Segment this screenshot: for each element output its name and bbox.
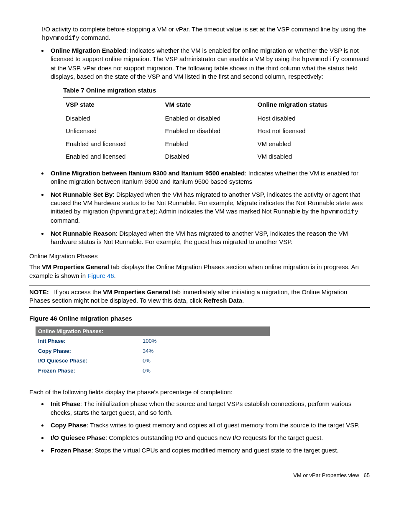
figure-row: Init Phase:100%: [36, 336, 270, 346]
top-bullet-list: Online Migration Enabled: Indicates whet…: [29, 46, 370, 247]
footer-text: VM or vPar Properties view: [293, 472, 359, 478]
list-item: Init Phase: The initialization phase whe…: [48, 400, 370, 417]
intro-text-a: I/O activity to complete before stopping…: [42, 26, 366, 33]
table-header-row: VSP state VM state Online migration stat…: [63, 97, 370, 112]
page-footer: VM or vPar Properties view 65: [29, 472, 370, 479]
text-bold: VM Properties General: [42, 263, 109, 270]
td: Unlicensed: [63, 125, 163, 137]
th: Online migration status: [255, 97, 370, 112]
text-bold: Refresh Data: [204, 297, 243, 304]
fig-label: I/O Quiesce Phase:: [38, 357, 143, 365]
text: If you access the: [54, 288, 103, 296]
text: The: [29, 263, 42, 270]
list-item: Not Runnable Reason: Displayed when the …: [48, 229, 370, 247]
td: Enabled: [163, 138, 255, 150]
td: VM disabled: [255, 150, 370, 163]
bullet-text: : Stops the virtual CPUs and copies modi…: [92, 447, 339, 454]
list-item: Online Migration Enabled: Indicates whet…: [48, 46, 370, 164]
bullet-label: I/O Quiesce Phase: [51, 434, 105, 441]
note-block: NOTE: If you access the VM Properties Ge…: [29, 285, 370, 308]
table-row: Enabled and licensedEnabledVM enabled: [63, 138, 370, 150]
figure-row: Frozen Phase:0%: [36, 366, 270, 376]
th: VSP state: [63, 97, 163, 112]
bullet-text: ); Admin indicates the VM was marked Not…: [153, 208, 321, 215]
figure46-header: Online Migration Phases:: [36, 326, 270, 337]
table7-title: Table 7 Online migration status: [63, 86, 370, 95]
bullet-text: : Completes outstanding I/O and queues n…: [105, 434, 323, 441]
bullet-label: Init Phase: [51, 400, 80, 407]
table-row: UnlicensedEnabled or disabledHost not li…: [63, 125, 370, 137]
td: Enabled and licensed: [63, 138, 163, 150]
phases-paragraph: The VM Properties General tab displays t…: [29, 263, 370, 280]
bullet-cmd: hpvmmodify: [321, 208, 358, 216]
list-item: I/O Quiesce Phase: Completes outstanding…: [48, 434, 370, 442]
text: .: [242, 297, 244, 304]
fig-label: Frozen Phase:: [38, 367, 143, 375]
list-item: Online Migration between Itanium 9300 an…: [48, 169, 370, 186]
fields-intro: Each of the following fields display the…: [29, 388, 370, 396]
td: Enabled or disabled: [163, 125, 255, 137]
bullet-label: Online Migration Enabled: [51, 47, 126, 54]
th: VM state: [163, 97, 255, 112]
list-item: Copy Phase: Tracks writes to guest memor…: [48, 421, 370, 429]
list-item: Not Runnable Set By: Displayed when the …: [48, 190, 370, 225]
fig-value: 0%: [143, 357, 151, 365]
text-bold: VM Properties General: [103, 288, 170, 296]
fig-value: 0%: [143, 367, 151, 375]
figure46-title: Figure 46 Online migration phases: [29, 314, 370, 323]
phase-bullet-list: Init Phase: The initialization phase whe…: [29, 400, 370, 455]
phases-heading: Online Migration Phases: [29, 252, 370, 260]
figure-link[interactable]: Figure 46: [87, 272, 114, 279]
td: Enabled or disabled: [163, 112, 255, 125]
footer-page: 65: [364, 472, 370, 478]
bullet-label: Online Migration between Itanium 9300 an…: [51, 170, 245, 177]
intro-text-b: command.: [79, 34, 110, 41]
bullet-text: command.: [51, 217, 80, 224]
fig-label: Init Phase:: [38, 337, 143, 345]
figure-row: I/O Quiesce Phase:0%: [36, 356, 270, 366]
intro-cmd: hpvmmodify: [42, 35, 79, 42]
fig-value: 34%: [143, 347, 153, 355]
table-row: DisabledEnabled or disabledHost disabled: [63, 112, 370, 125]
intro-paragraph: I/O activity to complete before stopping…: [42, 25, 370, 43]
bullet-cmd: hpvmmigrate: [112, 208, 153, 216]
bullet-label: Copy Phase: [51, 421, 87, 429]
td: Disabled: [63, 112, 163, 125]
bullet-cmd: hpvmmodify: [302, 56, 340, 63]
figure-row: Copy Phase:34%: [36, 346, 270, 356]
figure46-panel: Online Migration Phases: Init Phase:100%…: [36, 326, 270, 376]
bullet-label: Frozen Phase: [51, 447, 92, 454]
bullet-text: : Tracks writes to guest memory and copi…: [87, 421, 360, 429]
fig-label: Copy Phase:: [38, 347, 143, 355]
list-item: Frozen Phase: Stops the virtual CPUs and…: [48, 446, 370, 455]
td: Disabled: [163, 150, 255, 163]
note-prefix: NOTE:: [29, 288, 49, 296]
table-row: Enabled and licensedDisabledVM disabled: [63, 150, 370, 163]
td: Host not licensed: [255, 125, 370, 137]
td: Enabled and licensed: [63, 150, 163, 163]
fig-value: 100%: [143, 337, 156, 345]
td: VM enabled: [255, 138, 370, 150]
bullet-label: Not Runnable Set By: [51, 191, 113, 198]
bullet-text: : The initialization phase when the sour…: [51, 400, 351, 416]
text: .: [114, 272, 116, 279]
table7: VSP state VM state Online migration stat…: [63, 97, 370, 163]
bullet-label: Not Runnable Reason: [51, 230, 116, 237]
td: Host disabled: [255, 112, 370, 125]
